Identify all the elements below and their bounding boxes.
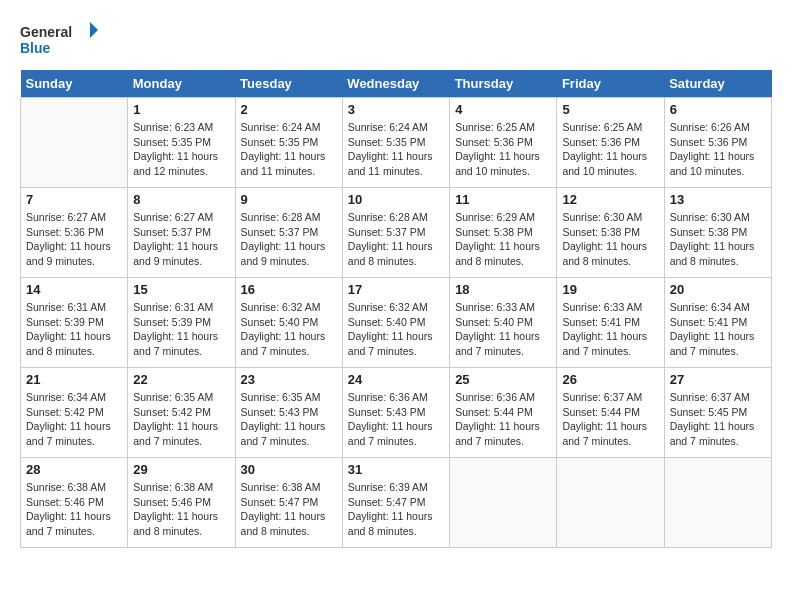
calendar-cell: 11Sunrise: 6:29 AMSunset: 5:38 PMDayligh… bbox=[450, 188, 557, 278]
logo: General Blue bbox=[20, 20, 100, 60]
calendar-cell: 7Sunrise: 6:27 AMSunset: 5:36 PMDaylight… bbox=[21, 188, 128, 278]
day-info: Sunrise: 6:34 AMSunset: 5:42 PMDaylight:… bbox=[26, 390, 122, 449]
day-info: Sunrise: 6:25 AMSunset: 5:36 PMDaylight:… bbox=[562, 120, 658, 179]
day-number: 14 bbox=[26, 282, 122, 297]
header-monday: Monday bbox=[128, 70, 235, 98]
day-number: 2 bbox=[241, 102, 337, 117]
day-info: Sunrise: 6:27 AMSunset: 5:37 PMDaylight:… bbox=[133, 210, 229, 269]
day-number: 6 bbox=[670, 102, 766, 117]
day-info: Sunrise: 6:33 AMSunset: 5:40 PMDaylight:… bbox=[455, 300, 551, 359]
day-info: Sunrise: 6:27 AMSunset: 5:36 PMDaylight:… bbox=[26, 210, 122, 269]
day-number: 29 bbox=[133, 462, 229, 477]
day-info: Sunrise: 6:30 AMSunset: 5:38 PMDaylight:… bbox=[562, 210, 658, 269]
day-number: 28 bbox=[26, 462, 122, 477]
day-number: 15 bbox=[133, 282, 229, 297]
day-info: Sunrise: 6:35 AMSunset: 5:42 PMDaylight:… bbox=[133, 390, 229, 449]
page-header: General Blue bbox=[20, 20, 772, 60]
day-number: 12 bbox=[562, 192, 658, 207]
calendar-cell: 5Sunrise: 6:25 AMSunset: 5:36 PMDaylight… bbox=[557, 98, 664, 188]
svg-marker-1 bbox=[90, 22, 98, 38]
calendar-week-5: 28Sunrise: 6:38 AMSunset: 5:46 PMDayligh… bbox=[21, 458, 772, 548]
calendar-cell: 6Sunrise: 6:26 AMSunset: 5:36 PMDaylight… bbox=[664, 98, 771, 188]
day-number: 17 bbox=[348, 282, 444, 297]
day-number: 13 bbox=[670, 192, 766, 207]
calendar-cell: 29Sunrise: 6:38 AMSunset: 5:46 PMDayligh… bbox=[128, 458, 235, 548]
day-info: Sunrise: 6:24 AMSunset: 5:35 PMDaylight:… bbox=[348, 120, 444, 179]
calendar-cell bbox=[21, 98, 128, 188]
day-number: 30 bbox=[241, 462, 337, 477]
day-info: Sunrise: 6:29 AMSunset: 5:38 PMDaylight:… bbox=[455, 210, 551, 269]
day-number: 4 bbox=[455, 102, 551, 117]
day-number: 19 bbox=[562, 282, 658, 297]
calendar-cell bbox=[664, 458, 771, 548]
day-info: Sunrise: 6:39 AMSunset: 5:47 PMDaylight:… bbox=[348, 480, 444, 539]
day-info: Sunrise: 6:31 AMSunset: 5:39 PMDaylight:… bbox=[26, 300, 122, 359]
calendar-cell: 4Sunrise: 6:25 AMSunset: 5:36 PMDaylight… bbox=[450, 98, 557, 188]
day-number: 24 bbox=[348, 372, 444, 387]
day-info: Sunrise: 6:23 AMSunset: 5:35 PMDaylight:… bbox=[133, 120, 229, 179]
calendar-week-2: 7Sunrise: 6:27 AMSunset: 5:36 PMDaylight… bbox=[21, 188, 772, 278]
calendar-cell: 24Sunrise: 6:36 AMSunset: 5:43 PMDayligh… bbox=[342, 368, 449, 458]
day-info: Sunrise: 6:35 AMSunset: 5:43 PMDaylight:… bbox=[241, 390, 337, 449]
day-number: 18 bbox=[455, 282, 551, 297]
calendar-cell: 8Sunrise: 6:27 AMSunset: 5:37 PMDaylight… bbox=[128, 188, 235, 278]
day-number: 9 bbox=[241, 192, 337, 207]
day-info: Sunrise: 6:25 AMSunset: 5:36 PMDaylight:… bbox=[455, 120, 551, 179]
calendar-cell: 22Sunrise: 6:35 AMSunset: 5:42 PMDayligh… bbox=[128, 368, 235, 458]
day-number: 25 bbox=[455, 372, 551, 387]
calendar-cell: 15Sunrise: 6:31 AMSunset: 5:39 PMDayligh… bbox=[128, 278, 235, 368]
calendar-cell: 20Sunrise: 6:34 AMSunset: 5:41 PMDayligh… bbox=[664, 278, 771, 368]
day-info: Sunrise: 6:28 AMSunset: 5:37 PMDaylight:… bbox=[241, 210, 337, 269]
calendar-cell: 28Sunrise: 6:38 AMSunset: 5:46 PMDayligh… bbox=[21, 458, 128, 548]
day-number: 11 bbox=[455, 192, 551, 207]
day-info: Sunrise: 6:32 AMSunset: 5:40 PMDaylight:… bbox=[241, 300, 337, 359]
day-info: Sunrise: 6:38 AMSunset: 5:46 PMDaylight:… bbox=[26, 480, 122, 539]
svg-text:Blue: Blue bbox=[20, 40, 51, 56]
day-info: Sunrise: 6:37 AMSunset: 5:45 PMDaylight:… bbox=[670, 390, 766, 449]
calendar-header-row: SundayMondayTuesdayWednesdayThursdayFrid… bbox=[21, 70, 772, 98]
calendar-cell: 13Sunrise: 6:30 AMSunset: 5:38 PMDayligh… bbox=[664, 188, 771, 278]
calendar-cell: 3Sunrise: 6:24 AMSunset: 5:35 PMDaylight… bbox=[342, 98, 449, 188]
calendar-cell: 12Sunrise: 6:30 AMSunset: 5:38 PMDayligh… bbox=[557, 188, 664, 278]
calendar-cell: 27Sunrise: 6:37 AMSunset: 5:45 PMDayligh… bbox=[664, 368, 771, 458]
calendar-cell: 19Sunrise: 6:33 AMSunset: 5:41 PMDayligh… bbox=[557, 278, 664, 368]
calendar-cell: 25Sunrise: 6:36 AMSunset: 5:44 PMDayligh… bbox=[450, 368, 557, 458]
calendar-cell: 31Sunrise: 6:39 AMSunset: 5:47 PMDayligh… bbox=[342, 458, 449, 548]
generalblue-logo-icon: General Blue bbox=[20, 20, 100, 60]
header-thursday: Thursday bbox=[450, 70, 557, 98]
calendar-cell: 17Sunrise: 6:32 AMSunset: 5:40 PMDayligh… bbox=[342, 278, 449, 368]
day-info: Sunrise: 6:37 AMSunset: 5:44 PMDaylight:… bbox=[562, 390, 658, 449]
calendar-table: SundayMondayTuesdayWednesdayThursdayFrid… bbox=[20, 70, 772, 548]
header-tuesday: Tuesday bbox=[235, 70, 342, 98]
calendar-cell: 18Sunrise: 6:33 AMSunset: 5:40 PMDayligh… bbox=[450, 278, 557, 368]
calendar-cell: 14Sunrise: 6:31 AMSunset: 5:39 PMDayligh… bbox=[21, 278, 128, 368]
day-number: 8 bbox=[133, 192, 229, 207]
calendar-body: 1Sunrise: 6:23 AMSunset: 5:35 PMDaylight… bbox=[21, 98, 772, 548]
day-info: Sunrise: 6:28 AMSunset: 5:37 PMDaylight:… bbox=[348, 210, 444, 269]
day-number: 7 bbox=[26, 192, 122, 207]
day-number: 27 bbox=[670, 372, 766, 387]
calendar-cell: 2Sunrise: 6:24 AMSunset: 5:35 PMDaylight… bbox=[235, 98, 342, 188]
day-info: Sunrise: 6:32 AMSunset: 5:40 PMDaylight:… bbox=[348, 300, 444, 359]
day-number: 26 bbox=[562, 372, 658, 387]
calendar-cell: 9Sunrise: 6:28 AMSunset: 5:37 PMDaylight… bbox=[235, 188, 342, 278]
day-number: 31 bbox=[348, 462, 444, 477]
day-info: Sunrise: 6:38 AMSunset: 5:47 PMDaylight:… bbox=[241, 480, 337, 539]
calendar-cell: 23Sunrise: 6:35 AMSunset: 5:43 PMDayligh… bbox=[235, 368, 342, 458]
day-number: 10 bbox=[348, 192, 444, 207]
calendar-cell: 16Sunrise: 6:32 AMSunset: 5:40 PMDayligh… bbox=[235, 278, 342, 368]
day-number: 21 bbox=[26, 372, 122, 387]
calendar-week-4: 21Sunrise: 6:34 AMSunset: 5:42 PMDayligh… bbox=[21, 368, 772, 458]
day-number: 5 bbox=[562, 102, 658, 117]
day-info: Sunrise: 6:31 AMSunset: 5:39 PMDaylight:… bbox=[133, 300, 229, 359]
header-saturday: Saturday bbox=[664, 70, 771, 98]
header-wednesday: Wednesday bbox=[342, 70, 449, 98]
day-info: Sunrise: 6:36 AMSunset: 5:43 PMDaylight:… bbox=[348, 390, 444, 449]
day-info: Sunrise: 6:38 AMSunset: 5:46 PMDaylight:… bbox=[133, 480, 229, 539]
calendar-cell: 26Sunrise: 6:37 AMSunset: 5:44 PMDayligh… bbox=[557, 368, 664, 458]
day-number: 23 bbox=[241, 372, 337, 387]
day-info: Sunrise: 6:26 AMSunset: 5:36 PMDaylight:… bbox=[670, 120, 766, 179]
day-info: Sunrise: 6:34 AMSunset: 5:41 PMDaylight:… bbox=[670, 300, 766, 359]
day-info: Sunrise: 6:36 AMSunset: 5:44 PMDaylight:… bbox=[455, 390, 551, 449]
day-info: Sunrise: 6:24 AMSunset: 5:35 PMDaylight:… bbox=[241, 120, 337, 179]
